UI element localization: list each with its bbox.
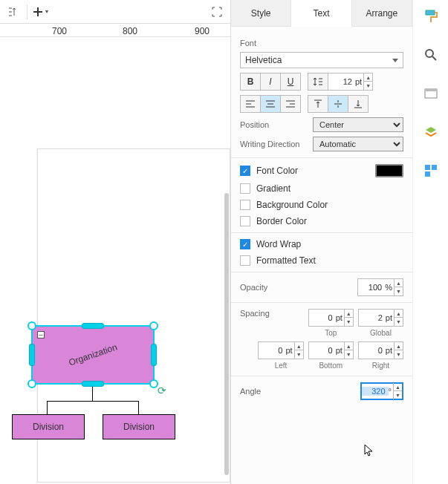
align-right-button[interactable] xyxy=(280,95,301,113)
spacing-bottom-input[interactable]: pt▲▼ xyxy=(308,341,354,359)
svg-rect-3 xyxy=(425,89,437,91)
font-size-field[interactable] xyxy=(328,77,355,86)
border-color-checkbox[interactable] xyxy=(240,216,250,226)
bold-button[interactable]: B xyxy=(240,73,261,91)
valign-top-button[interactable] xyxy=(308,95,328,113)
border-color-label: Border Color xyxy=(256,216,307,226)
align-center-button[interactable] xyxy=(260,95,281,113)
font-section-label: Font xyxy=(240,39,403,48)
writing-direction-label: Writing Direction xyxy=(240,140,307,148)
opacity-field[interactable] xyxy=(358,283,385,292)
svg-rect-5 xyxy=(432,165,437,170)
background-color-label: Background Color xyxy=(256,200,328,210)
gradient-checkbox[interactable] xyxy=(240,183,250,194)
search-button[interactable] xyxy=(422,46,440,64)
tab-arrange[interactable]: Arrange xyxy=(352,0,412,26)
font-size-input[interactable]: pt ▲▼ xyxy=(328,73,373,91)
collapse-toggle[interactable]: – xyxy=(37,331,45,339)
panel-body: Font Helvetica B I U pt ▲▼ xyxy=(231,27,412,412)
word-wrap-checkbox[interactable]: ✓ xyxy=(240,239,250,249)
rotate-handle[interactable]: ⟳ xyxy=(158,385,166,396)
background-color-checkbox[interactable] xyxy=(240,200,250,210)
opacity-stepper[interactable]: ▲▼ xyxy=(394,279,403,295)
fullscreen-icon xyxy=(212,7,222,17)
angle-input[interactable]: ° ▲▼ xyxy=(360,382,403,400)
formatted-text-checkbox[interactable] xyxy=(240,255,250,266)
underline-button[interactable]: U xyxy=(280,73,301,91)
canvas-scrollbar[interactable] xyxy=(224,193,229,475)
right-toolbar xyxy=(412,0,448,484)
layers-button[interactable] xyxy=(422,123,440,141)
font-family-value: Helvetica xyxy=(245,55,282,65)
horizontal-ruler: 700 800 900 xyxy=(0,24,230,37)
opacity-input[interactable]: % ▲▼ xyxy=(357,278,403,296)
ruler-mark: 700 xyxy=(52,26,67,36)
edge-handle-left[interactable] xyxy=(29,344,35,366)
fullscreen-button[interactable] xyxy=(207,2,227,22)
connector[interactable] xyxy=(138,401,139,414)
indent-icon xyxy=(8,7,19,17)
canvas[interactable]: – Organization ⟳ Division Division xyxy=(0,37,230,484)
spacing-top-input[interactable]: pt▲▼ xyxy=(308,309,354,327)
spacing-label: Spacing xyxy=(240,309,302,318)
divider xyxy=(231,272,412,272)
angle-field[interactable] xyxy=(362,387,389,396)
font-size-stepper[interactable]: ▲▼ xyxy=(363,73,372,90)
shapes-icon xyxy=(424,164,438,177)
shape-label: Division xyxy=(33,422,64,432)
division-shape[interactable]: Division xyxy=(12,414,85,439)
font-family-select[interactable]: Helvetica xyxy=(240,52,403,68)
angle-stepper[interactable]: ▲▼ xyxy=(393,383,402,399)
division-shape[interactable]: Division xyxy=(103,414,175,439)
chevron-down-icon xyxy=(392,59,398,62)
edge-handle-right[interactable] xyxy=(151,344,157,366)
resize-handle-tl[interactable] xyxy=(27,321,36,330)
tab-text[interactable]: Text xyxy=(291,0,351,27)
position-select[interactable]: Center xyxy=(313,117,403,132)
font-color-checkbox[interactable]: ✓ xyxy=(240,166,250,176)
resize-handle-bl[interactable] xyxy=(27,379,36,388)
writing-direction-select[interactable]: Automatic xyxy=(313,137,403,151)
font-color-label: Font Color xyxy=(256,166,298,176)
divider xyxy=(231,376,412,376)
spacing-left-input[interactable]: pt▲▼ xyxy=(258,341,303,359)
panel-tabs: Style Text Arrange xyxy=(231,0,412,27)
line-height-button[interactable] xyxy=(308,73,328,91)
shapes-button[interactable] xyxy=(422,162,440,180)
add-button[interactable]: ▼ xyxy=(30,2,51,22)
angle-label: Angle xyxy=(240,387,307,396)
paint-roller-icon xyxy=(423,9,438,24)
connector[interactable] xyxy=(47,401,48,414)
outline-icon xyxy=(424,88,438,99)
plus-icon xyxy=(33,7,43,17)
layers-icon xyxy=(424,125,438,139)
edge-handle-top[interactable] xyxy=(82,323,104,329)
svg-point-1 xyxy=(426,50,433,57)
divider xyxy=(27,4,27,19)
shape-label: Organization xyxy=(68,341,119,367)
svg-rect-6 xyxy=(425,171,430,177)
outline-button[interactable] xyxy=(422,85,440,102)
ruler-mark: 900 xyxy=(195,26,210,36)
resize-handle-tr[interactable] xyxy=(149,321,158,330)
shape-label: Division xyxy=(123,422,155,432)
valign-middle-button[interactable] xyxy=(328,95,348,113)
organization-shape[interactable]: – Organization ⟳ xyxy=(31,325,155,385)
connector[interactable] xyxy=(47,401,139,402)
connector[interactable] xyxy=(92,386,93,401)
italic-button[interactable]: I xyxy=(260,73,281,91)
spacing-right-input[interactable]: pt▲▼ xyxy=(358,341,403,359)
format-panel-button[interactable] xyxy=(422,7,440,25)
gradient-label: Gradient xyxy=(256,183,290,194)
svg-rect-0 xyxy=(426,10,435,15)
ruler-mark: 800 xyxy=(123,26,137,36)
line-height-icon xyxy=(313,76,323,87)
format-indent-button[interactable] xyxy=(3,2,24,22)
edge-handle-bottom[interactable] xyxy=(82,381,104,387)
valign-bottom-button[interactable] xyxy=(348,95,369,113)
font-color-swatch[interactable] xyxy=(375,164,403,177)
align-left-button[interactable] xyxy=(240,95,261,113)
spacing-global-input[interactable]: pt▲▼ xyxy=(358,309,403,327)
tab-style[interactable]: Style xyxy=(231,0,291,26)
opacity-label: Opacity xyxy=(240,283,307,292)
